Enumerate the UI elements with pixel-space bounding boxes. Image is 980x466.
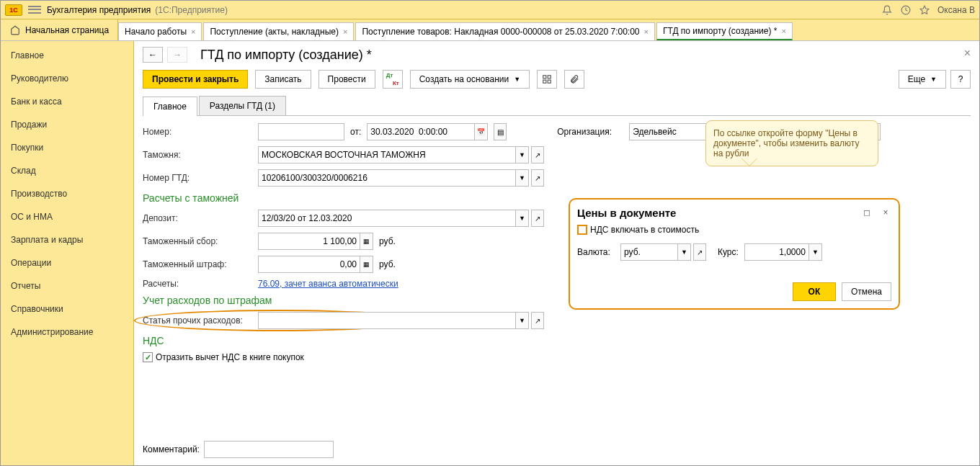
dropdown-icon[interactable]: ▼: [516, 169, 529, 187]
tab-gtd-sections[interactable]: Разделы ГТД (1): [199, 96, 286, 115]
cancel-button[interactable]: Отмена: [842, 282, 891, 301]
fine-input[interactable]: [258, 256, 360, 273]
fee-input[interactable]: [258, 233, 360, 250]
forward-button[interactable]: →: [167, 47, 187, 63]
close-icon[interactable]: ×: [191, 27, 195, 36]
fine-currency: руб.: [379, 259, 396, 269]
more-button[interactable]: Еще▼: [899, 70, 946, 89]
sidebar-item-operations[interactable]: Операции: [1, 251, 133, 274]
svg-rect-5: [543, 80, 546, 83]
dropdown-icon[interactable]: ▼: [678, 243, 691, 261]
close-page-icon[interactable]: ×: [964, 47, 971, 60]
star-icon[interactable]: [919, 4, 930, 16]
deposit-input[interactable]: [258, 210, 516, 227]
close-icon[interactable]: ×: [781, 27, 785, 35]
calc-icon[interactable]: ▦: [360, 256, 373, 273]
date-input[interactable]: [367, 123, 475, 140]
dropdown-icon[interactable]: ▼: [516, 312, 529, 329]
hamburger-icon[interactable]: [28, 5, 41, 15]
open-icon[interactable]: ↗: [531, 312, 544, 329]
fee-label: Таможенный сбор:: [143, 236, 258, 246]
gtd-no-input[interactable]: [258, 169, 516, 187]
sidebar-item-catalogs[interactable]: Справочники: [1, 297, 133, 321]
expense-label: Статья прочих расходов:: [143, 315, 258, 326]
sidebar-item-production[interactable]: Производство: [1, 182, 133, 205]
sidebar-item-purchases[interactable]: Покупки: [1, 136, 133, 159]
maximize-icon[interactable]: ◻: [861, 207, 873, 218]
close-icon[interactable]: ×: [644, 27, 649, 36]
popup-rate-label: Курс:: [718, 247, 739, 257]
bell-icon[interactable]: [881, 4, 893, 16]
sidebar-item-warehouse[interactable]: Склад: [1, 159, 133, 182]
calc-icon[interactable]: ▦: [360, 233, 373, 250]
back-button[interactable]: ←: [143, 47, 163, 63]
open-icon[interactable]: ↗: [531, 210, 544, 227]
history-icon[interactable]: [900, 4, 912, 16]
vat-cost-checkbox[interactable]: [577, 225, 587, 235]
main-tabs: Начальная страница Начало работы× Поступ…: [1, 19, 979, 41]
popup-currency-label: Валюта:: [577, 247, 620, 257]
attach-button[interactable]: [564, 70, 584, 89]
open-icon[interactable]: ↗: [693, 243, 706, 261]
dropdown-icon[interactable]: ▼: [516, 210, 529, 227]
calc-label: Расчеты:: [143, 279, 258, 289]
tab-receipts[interactable]: Поступление (акты, накладные)×: [203, 22, 354, 40]
dtkt-icon: [386, 73, 399, 85]
home-tab[interactable]: Начальная страница: [1, 19, 118, 40]
org-label: Организация:: [557, 127, 629, 137]
form-tabs: Главное Разделы ГТД (1): [143, 96, 971, 116]
dtkt-button[interactable]: [383, 70, 403, 89]
help-button[interactable]: ?: [950, 70, 971, 89]
sidebar-item-reports[interactable]: Отчеты: [1, 274, 133, 297]
svg-rect-4: [548, 80, 551, 83]
tooltip: По ссылке откройте форму "Цены в докумен…: [705, 120, 878, 166]
user-name[interactable]: Оксана В: [937, 5, 975, 15]
svg-rect-2: [543, 76, 546, 79]
popup-rate-input[interactable]: [744, 243, 809, 261]
content: × ← → ГТД по импорту (создание) * Провес…: [134, 41, 979, 465]
popup-currency-input[interactable]: [620, 243, 678, 261]
structure-button[interactable]: [537, 70, 557, 89]
expense-input[interactable]: [258, 312, 516, 329]
vat-check-label: Отразить вычет НДС в книге покупок: [156, 352, 304, 362]
save-button[interactable]: Записать: [255, 70, 311, 89]
calc-link[interactable]: 76.09, зачет аванса автоматически: [258, 279, 398, 289]
gtd-no-label: Номер ГТД:: [143, 173, 258, 183]
tab-receipt-doc[interactable]: Поступление товаров: Накладная 0000-0000…: [355, 22, 655, 40]
close-icon[interactable]: ×: [880, 207, 891, 218]
tab-start[interactable]: Начало работы×: [118, 22, 202, 40]
sidebar-item-hr[interactable]: Зарплата и кадры: [1, 228, 133, 251]
sidebar-item-assets[interactable]: ОС и НМА: [1, 205, 133, 228]
ok-button[interactable]: ОК: [793, 282, 836, 301]
open-icon[interactable]: ↗: [531, 146, 544, 163]
dropdown-icon[interactable]: ▼: [809, 243, 822, 261]
sidebar-item-admin[interactable]: Администрирование: [1, 321, 133, 344]
customs-input[interactable]: [258, 146, 516, 163]
post-button[interactable]: Провести: [318, 70, 375, 89]
sidebar-item-manager[interactable]: Руководителю: [1, 67, 133, 90]
calendar-icon[interactable]: 📅: [475, 123, 488, 140]
sidebar-item-sales[interactable]: Продажи: [1, 113, 133, 136]
home-label: Начальная страница: [25, 25, 109, 35]
sidebar: Главное Руководителю Банк и касса Продаж…: [1, 41, 134, 465]
vat-checkbox[interactable]: [143, 352, 153, 362]
comment-input[interactable]: [204, 441, 334, 458]
submit-button[interactable]: Провести и закрыть: [143, 70, 248, 89]
customs-label: Таможня:: [143, 150, 258, 160]
app-title: Бухгалтерия предприятия: [47, 5, 151, 15]
tab-gtd[interactable]: ГТД по импорту (создание) *×: [656, 22, 793, 40]
open-icon[interactable]: ↗: [531, 169, 544, 187]
home-icon: [9, 24, 21, 36]
tab-main[interactable]: Главное: [143, 97, 197, 116]
comment-label: Комментарий:: [143, 444, 200, 454]
sidebar-item-bank[interactable]: Банк и касса: [1, 90, 133, 113]
titlebar: 1C Бухгалтерия предприятия (1С:Предприят…: [1, 1, 979, 19]
deposit-label: Депозит:: [143, 213, 258, 223]
posted-icon[interactable]: ▤: [494, 123, 507, 140]
number-input[interactable]: [258, 123, 344, 140]
create-based-button[interactable]: Создать на основании▼: [410, 70, 530, 89]
close-icon[interactable]: ×: [343, 27, 347, 36]
number-label: Номер:: [143, 127, 258, 137]
dropdown-icon[interactable]: ▼: [516, 146, 529, 163]
sidebar-item-main[interactable]: Главное: [1, 44, 133, 67]
